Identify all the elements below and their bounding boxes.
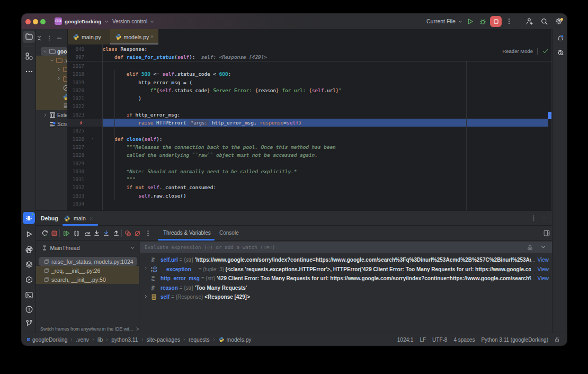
- add-user-icon[interactable]: [525, 17, 533, 25]
- breadcrumb-item[interactable]: site-packages: [147, 337, 181, 343]
- status-indent[interactable]: 4 spaces: [453, 337, 475, 343]
- tree-header-hide-panel[interactable]: [56, 34, 63, 43]
- tree-item[interactable]: [36, 65, 67, 74]
- debug-tab-threads-variables[interactable]: Threads & Variables: [163, 226, 211, 240]
- debug-view-breakpoints-button[interactable]: [123, 229, 132, 237]
- tree-header-collapse-all[interactable]: [36, 34, 42, 43]
- status-encoding[interactable]: UTF-8: [432, 337, 447, 343]
- tab-close[interactable]: [149, 34, 155, 40]
- tool-strip-terminal[interactable]: [23, 289, 35, 301]
- hint-close-icon[interactable]: [135, 326, 139, 332]
- run-play-icon[interactable]: [466, 17, 474, 25]
- tree-item[interactable]: [36, 74, 67, 83]
- zoom-window-button[interactable]: [40, 19, 46, 24]
- debug-step-out-button[interactable]: [112, 229, 120, 237]
- code-line-1023: 1023 if http_error_msg:: [67, 111, 551, 119]
- tree-header-options-kebab[interactable]: [46, 34, 52, 43]
- tree-item-googledorking[interactable]: googleDorking: [36, 47, 67, 56]
- debug-force-step-into-button[interactable]: [102, 229, 111, 237]
- history-chevron-icon[interactable]: [540, 244, 547, 251]
- debug-header-hide-panel-icon[interactable]: [541, 215, 548, 221]
- code-token-t: <=: [150, 71, 163, 77]
- code-token-k: elif: [127, 71, 139, 77]
- close-window-button[interactable]: [25, 19, 31, 24]
- tool-strip-run-anything[interactable]: [23, 273, 35, 286]
- tool-strip-debug[interactable]: [23, 212, 35, 224]
- thread-selector[interactable]: MainThread: [36, 242, 139, 254]
- layout-settings-icon[interactable]: [543, 229, 550, 237]
- editor-body[interactable]: 10171018 elif 500 <= self.status_code < …: [67, 44, 551, 210]
- tool-strip-structure[interactable]: [23, 50, 35, 63]
- tool-strip-run[interactable]: [23, 228, 35, 240]
- tool-strip-project-folder[interactable]: [23, 31, 35, 43]
- add-watch-icon[interactable]: [527, 244, 533, 251]
- tool-strip-notifications-bell[interactable]: [555, 32, 567, 44]
- margin-guide: [466, 46, 467, 210]
- stack-frame-row[interactable]: _req, __init__.py:26: [36, 266, 139, 275]
- code-token-t: [103, 193, 139, 199]
- evaluate-expression-input[interactable]: Evaluate expression (⏎) or add a watch (…: [140, 242, 552, 253]
- debug-pause-button[interactable]: [72, 229, 81, 237]
- status-caret-position[interactable]: 1024:1: [397, 337, 414, 343]
- variable-row-selfurl[interactable]: 1001self.url = {str} 'https://www.google…: [140, 255, 552, 265]
- code-token-s: ": [339, 87, 342, 93]
- search-icon[interactable]: [540, 17, 548, 25]
- code-token-g: ): [299, 120, 302, 126]
- view-link[interactable]: View: [538, 266, 549, 272]
- debug-header-options-kebab-icon[interactable]: [530, 215, 537, 221]
- breadcrumb-item[interactable]: requests: [189, 337, 210, 343]
- variable-row-self[interactable]: self = {Response} <Response [429]>: [140, 292, 552, 302]
- tree-item[interactable]: [36, 93, 67, 102]
- variable-row-http_error_msg[interactable]: 1001http_error_msg = {str} '429 Client E…: [140, 274, 552, 283]
- tree-item[interactable]: [36, 102, 67, 111]
- debug-stop-button[interactable]: [50, 229, 58, 237]
- tree-item[interactable]: [36, 83, 67, 92]
- breadcrumb-item[interactable]: googleDorking: [32, 337, 67, 343]
- debug-step-into-button[interactable]: [93, 229, 101, 237]
- breadcrumb-item[interactable]: python3.11: [111, 337, 138, 343]
- minimize-window-button[interactable]: [33, 19, 38, 24]
- view-link[interactable]: View: [538, 275, 549, 281]
- lock-icon[interactable]: [554, 336, 560, 344]
- status-interpreter[interactable]: Python 3.11 (googleDorking): [481, 337, 548, 343]
- tree-item--venv[interactable]: .venv: [36, 56, 67, 65]
- status-line-separator[interactable]: LF: [420, 337, 426, 343]
- tool-strip-more-tool-windows[interactable]: [23, 66, 35, 78]
- editor-tab-main-py[interactable]: main.py: [68, 29, 110, 44]
- variable-row-reason[interactable]: 1001reason = {str} 'Too Many Requests': [140, 283, 552, 293]
- code-token-t: Response:: [118, 46, 147, 52]
- line-number: 1033: [67, 192, 84, 200]
- debug-tab-console[interactable]: Console: [219, 226, 239, 240]
- tree-item-external-libraries[interactable]: External Libraries: [36, 111, 67, 120]
- version-control-menu[interactable]: Version control: [112, 14, 155, 29]
- tool-strip-ai-assistant[interactable]: [555, 47, 567, 59]
- stack-frame-row[interactable]: search, __init__.py:50: [36, 275, 139, 284]
- expand-chevron-icon: [143, 293, 149, 299]
- debug-resume-button[interactable]: [62, 229, 70, 237]
- tool-strip-services[interactable]: [23, 259, 35, 271]
- variable-row-__exception__[interactable]: 12__exception__ = {tuple: 3} (<class 're…: [140, 265, 552, 274]
- debug-mute-breakpoints-button[interactable]: [133, 229, 141, 237]
- breadcrumb-item[interactable]: .venv: [76, 337, 89, 343]
- debug-session-tab[interactable]: main: [59, 211, 99, 226]
- run-config-selector[interactable]: Current File: [426, 14, 464, 29]
- stack-frame-row[interactable]: raise_for_status, models.py:1024: [36, 257, 139, 266]
- debug-more-kebab-button[interactable]: [144, 229, 152, 237]
- tool-strip-problems[interactable]: [23, 303, 35, 315]
- editor-tab-models-py[interactable]: models.py: [110, 29, 159, 44]
- titlebar-more-kebab-icon[interactable]: [505, 17, 513, 25]
- debug-rerun-button[interactable]: [40, 229, 49, 237]
- tree-item-scratches-and-consoles[interactable]: Scratches and Consoles: [36, 120, 67, 129]
- reader-mode-widget[interactable]: Reader Mode: [502, 48, 549, 55]
- debug-bug-icon[interactable]: [479, 17, 487, 25]
- breadcrumb-item[interactable]: models.py: [227, 337, 252, 343]
- breadcrumb-item[interactable]: lib: [97, 337, 103, 343]
- stop-button[interactable]: [490, 16, 502, 27]
- view-link[interactable]: View: [538, 257, 549, 263]
- debug-step-over-button[interactable]: [84, 229, 92, 237]
- value-ellipsis: ...: [531, 266, 535, 272]
- project-name-menu[interactable]: googleDorking: [65, 14, 110, 29]
- code-line-1020: 1020 f"{self.status_code} Server Error: …: [67, 86, 551, 94]
- tool-strip-python-packages[interactable]: [23, 243, 35, 255]
- tool-strip-version-control[interactable]: [23, 317, 35, 330]
